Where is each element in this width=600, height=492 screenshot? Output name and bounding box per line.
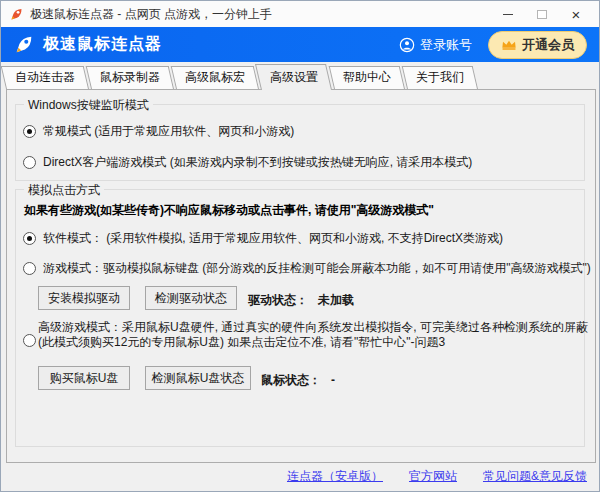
- radio-advanced-game-mode[interactable]: [23, 334, 36, 347]
- title-bar: 极速鼠标连点器 - 点网页 点游戏，一分钟上手 ×: [1, 1, 599, 27]
- radio-label: DirectX客户端游戏模式 (如果游戏内录制不到按键或按热键无响应, 请采用本…: [43, 154, 472, 171]
- tab-auto-clicker[interactable]: 自动连击器: [6, 66, 89, 89]
- radio-icon: [23, 262, 36, 275]
- close-icon: ×: [572, 7, 581, 22]
- driver-status-value: 未加载: [318, 293, 354, 307]
- mouse-status-label: 鼠标状态：: [261, 373, 321, 387]
- vip-label: 开通会员: [522, 36, 574, 54]
- link-faq-feedback[interactable]: 常见问题&意见反馈: [483, 468, 587, 485]
- close-button[interactable]: ×: [559, 1, 593, 27]
- minimize-button[interactable]: [491, 1, 525, 27]
- game-mode-warning: 如果有些游戏(如某些传奇)不响应鼠标移动或点击事件, 请使用"高级游戏模式": [24, 202, 434, 219]
- radio-software-mode[interactable]: 软件模式： (采用软件模拟, 适用于常规应用软件、网页和小游戏, 不支持Dire…: [23, 230, 503, 247]
- radio-icon: [23, 156, 36, 169]
- mouse-status-value: -: [331, 373, 335, 387]
- tab-mouse-recorder[interactable]: 鼠标录制器: [91, 66, 174, 89]
- radio-game-mode[interactable]: 游戏模式：驱动模拟鼠标键盘 (部分游戏的反挂检测可能会屏蔽本功能，如不可用请使用…: [23, 260, 591, 277]
- radio-label: 游戏模式：驱动模拟鼠标键盘 (部分游戏的反挂检测可能会屏蔽本功能，如不可用请使用…: [43, 260, 591, 277]
- user-icon: [399, 37, 415, 53]
- driver-status: 驱动状态：未加载: [248, 292, 354, 309]
- tab-advanced-settings[interactable]: 高级设置: [261, 64, 332, 90]
- maximize-button[interactable]: [525, 1, 559, 27]
- settings-pane: Windows按键监听模式 常规模式 (适用于常规应用软件、网页和小游戏) Di…: [6, 89, 596, 463]
- tab-advanced-macro[interactable]: 高级鼠标宏: [176, 66, 259, 89]
- maximize-icon: [537, 10, 547, 19]
- window-controls: ×: [491, 1, 593, 27]
- crown-icon: [501, 39, 517, 51]
- minimize-icon: [503, 14, 513, 15]
- login-label: 登录账号: [420, 36, 472, 54]
- app-header: 极速鼠标连点器 登录账号 开通会员: [1, 27, 599, 62]
- app-name: 极速鼠标连点器: [43, 34, 162, 55]
- advanced-mode-line1: 高级游戏模式：采用鼠标U盘硬件, 通过真实的硬件向系统发出模拟指令, 可完美绕过…: [38, 320, 588, 335]
- check-usb-button[interactable]: 检测鼠标U盘状态: [145, 366, 251, 390]
- login-button[interactable]: 登录账号: [399, 36, 472, 54]
- advanced-mode-line2: (此模式须购买12元的专用鼠标U盘) 如果点击定位不准, 请看"帮忙中心"-问题…: [38, 335, 588, 350]
- radio-icon: [23, 334, 36, 347]
- keyboard-mode-legend: Windows按键监听模式: [24, 97, 153, 114]
- rocket-icon: [13, 34, 35, 56]
- vip-button[interactable]: 开通会员: [488, 31, 587, 59]
- radio-directx-mode[interactable]: DirectX客户端游戏模式 (如果游戏内录制不到按键或按热键无响应, 请采用本…: [23, 154, 472, 171]
- radio-label: 常规模式 (适用于常规应用软件、网页和小游戏): [43, 123, 294, 140]
- check-driver-button[interactable]: 检测驱动状态: [145, 286, 237, 310]
- link-android-clicker[interactable]: 连点器（安卓版）: [287, 468, 383, 485]
- app-window: 极速鼠标连点器 - 点网页 点游戏，一分钟上手 × 极速鼠标连点器: [0, 0, 600, 492]
- driver-status-label: 驱动状态：: [248, 293, 308, 307]
- click-mode-legend: 模拟点击方式: [24, 182, 104, 199]
- advanced-mode-label: 高级游戏模式：采用鼠标U盘硬件, 通过真实的硬件向系统发出模拟指令, 可完美绕过…: [38, 320, 588, 350]
- header-actions: 登录账号 开通会员: [399, 31, 587, 59]
- click-mode-group: 模拟点击方式 如果有些游戏(如某些传奇)不响应鼠标移动或点击事件, 请使用"高级…: [15, 189, 585, 447]
- brand: 极速鼠标连点器: [13, 34, 162, 56]
- link-official-site[interactable]: 官方网站: [409, 468, 457, 485]
- radio-icon: [23, 125, 36, 138]
- radio-normal-mode[interactable]: 常规模式 (适用于常规应用软件、网页和小游戏): [23, 123, 294, 140]
- tab-about-us[interactable]: 关于我们: [407, 66, 478, 89]
- keyboard-mode-group: Windows按键监听模式 常规模式 (适用于常规应用软件、网页和小游戏) Di…: [15, 104, 585, 181]
- footer-links: 连点器（安卓版） 官方网站 常见问题&意见反馈: [287, 468, 587, 485]
- install-driver-button[interactable]: 安装模拟驱动: [38, 286, 130, 310]
- mouse-status: 鼠标状态：-: [261, 372, 335, 389]
- window-title: 极速鼠标连点器 - 点网页 点游戏，一分钟上手: [30, 6, 272, 23]
- buy-usb-button[interactable]: 购买鼠标U盘: [38, 366, 130, 390]
- tab-bar: 自动连击器 鼠标录制器 高级鼠标宏 高级设置 帮助中心 关于我们: [6, 63, 594, 89]
- radio-label: 软件模式： (采用软件模拟, 适用于常规应用软件、网页和小游戏, 不支持Dire…: [43, 230, 503, 247]
- tab-help-center[interactable]: 帮助中心: [334, 66, 405, 89]
- radio-icon: [23, 232, 36, 245]
- rocket-icon: [9, 7, 24, 22]
